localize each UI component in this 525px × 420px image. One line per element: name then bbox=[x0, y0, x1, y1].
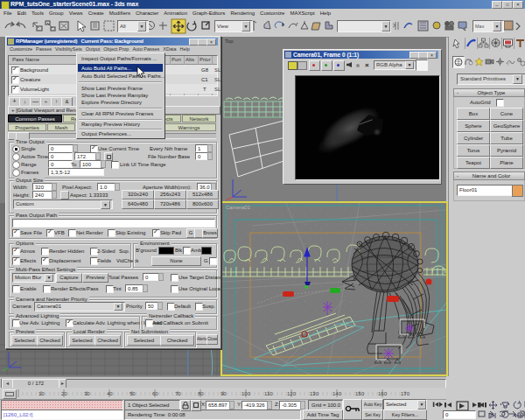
svg-text:50: 50 bbox=[130, 391, 136, 396]
svg-text:110: 110 bbox=[264, 391, 273, 396]
svg-text:20: 20 bbox=[61, 391, 67, 396]
svg-text:40: 40 bbox=[107, 391, 113, 396]
svg-text:120: 120 bbox=[287, 391, 297, 396]
svg-text:30: 30 bbox=[84, 391, 90, 396]
svg-text:140: 140 bbox=[332, 391, 342, 396]
svg-text:100: 100 bbox=[242, 391, 251, 396]
svg-text:90: 90 bbox=[220, 391, 227, 396]
svg-text:80: 80 bbox=[198, 391, 204, 396]
svg-text:10: 10 bbox=[38, 391, 45, 396]
svg-text:70: 70 bbox=[175, 391, 181, 396]
svg-text:160: 160 bbox=[378, 391, 388, 396]
svg-text:150: 150 bbox=[355, 391, 365, 396]
svg-text:130: 130 bbox=[310, 391, 319, 396]
svg-text:60: 60 bbox=[152, 391, 158, 396]
svg-text:170: 170 bbox=[401, 391, 410, 396]
